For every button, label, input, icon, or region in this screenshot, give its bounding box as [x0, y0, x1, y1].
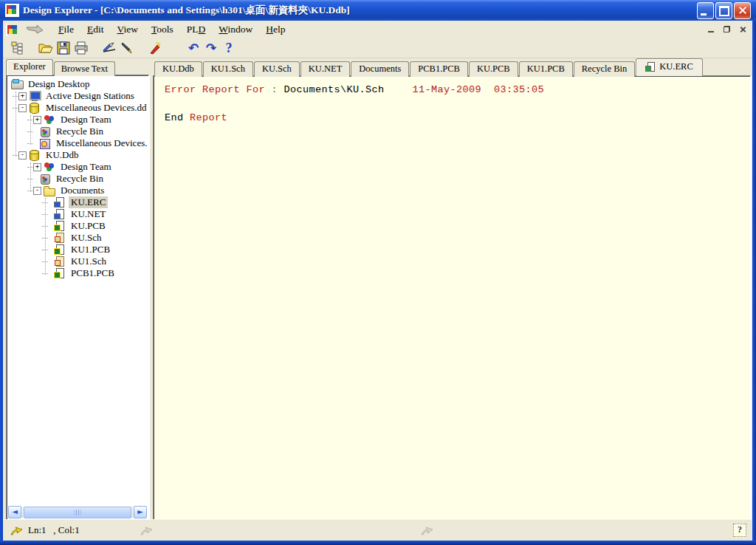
doc-tab-ku-ddb[interactable]: KU.Ddb — [154, 61, 202, 77]
team-icon — [44, 114, 56, 125]
doc-tab-ku1-sch[interactable]: KU1.Sch — [203, 61, 253, 77]
menu-help[interactable]: Help — [259, 22, 292, 37]
tree-horizontal-scrollbar[interactable]: ◄ ► — [8, 507, 147, 518]
recycle-bin-icon — [39, 174, 52, 184]
tree-item-misc-devices-lib[interactable]: Miscellaneous Devices.lib — [8, 137, 147, 149]
save-button[interactable] — [55, 40, 72, 56]
tree-item-ku-ddb[interactable]: -KU.Ddb — [8, 149, 147, 161]
recycle-bin-icon — [39, 126, 52, 137]
context-help-icon[interactable]: ? — [733, 524, 746, 537]
knife-cut-button[interactable] — [100, 40, 118, 56]
tree-item-design-desktop[interactable]: Design Desktop — [8, 78, 147, 90]
tree-item-active-design-stations[interactable]: +Active Design Stations — [8, 90, 147, 102]
tree-item-ku1-pcb[interactable]: KU1.PCB — [8, 244, 147, 256]
redo-icon: ↷ — [206, 42, 216, 55]
tab-explorer[interactable]: Explorer — [6, 59, 53, 75]
save-floppy-icon — [57, 41, 70, 55]
mdi-minimize-button[interactable] — [705, 24, 718, 35]
scrollbar-track[interactable] — [21, 507, 134, 518]
menu-pld[interactable]: PLD — [180, 22, 213, 37]
wiring-tool-button[interactable] — [118, 40, 136, 56]
tree-item-ku-net[interactable]: KU.NET — [8, 208, 147, 220]
menu-edit[interactable]: Edit — [80, 22, 111, 37]
document-area: KU.Ddb KU1.Sch KU.Sch KU.NET Documents P… — [153, 59, 751, 520]
app-logo-icon — [5, 4, 19, 17]
down-arrow-icon[interactable] — [25, 24, 44, 35]
expand-toggle[interactable]: + — [33, 116, 41, 124]
wand-button[interactable] — [146, 40, 164, 56]
database-icon — [29, 150, 41, 160]
scrollbar-thumb[interactable] — [24, 507, 131, 518]
redo-button[interactable]: ↷ — [202, 40, 220, 56]
knife-icon — [102, 41, 117, 55]
window-border-left — [0, 21, 3, 545]
pcb-document-icon — [54, 244, 66, 255]
doc-tab-ku-pcb[interactable]: KU.PCB — [469, 61, 518, 77]
help-button[interactable]: ? — [220, 40, 238, 56]
doc-tab-documents[interactable]: Documents — [351, 61, 409, 77]
window-border-right — [752, 21, 756, 545]
doc-tab-recycle-bin[interactable]: Recycle Bin — [574, 61, 635, 77]
doc-tab-ku-sch[interactable]: KU.Sch — [254, 61, 300, 77]
folder-icon — [44, 185, 56, 196]
tree-item-design-team[interactable]: +Design Team — [8, 161, 147, 173]
sch-document-icon — [54, 233, 66, 243]
mdi-restore-button[interactable] — [721, 24, 734, 35]
menu-view[interactable]: View — [111, 22, 145, 37]
tree-item-recycle-bin[interactable]: Recycle Bin — [8, 173, 147, 185]
explorer-tree-button[interactable] — [9, 40, 27, 56]
status-bar: Ln:1 , Col:1 ? — [3, 519, 752, 541]
mdi-close-icon — [740, 27, 746, 33]
expand-toggle[interactable]: + — [18, 92, 27, 100]
undo-button[interactable]: ↶ — [185, 40, 202, 56]
help-icon: ? — [226, 41, 233, 55]
tree-item-ku-erc[interactable]: KU.ERC — [8, 196, 147, 208]
doc-tab-pcb1-pcb[interactable]: PCB1.PCB — [410, 61, 468, 77]
cursor-swoosh-icon — [10, 525, 25, 535]
tree-item-ku-pcb[interactable]: KU.PCB — [8, 220, 147, 232]
mdi-minimize-icon — [708, 31, 714, 32]
tab-browse-text[interactable]: Browse Text — [54, 61, 115, 76]
close-button[interactable] — [734, 2, 751, 19]
doc-tab-ku1-pcb[interactable]: KU1.PCB — [519, 61, 573, 77]
erc-report-view[interactable]: Error Report For : Documents\KU.Sch11-Ma… — [153, 75, 751, 520]
database-icon — [29, 103, 41, 113]
printer-icon — [74, 41, 89, 55]
window-border-bottom — [0, 541, 756, 545]
window-title: Design Explorer - [C:\Documents and Sett… — [23, 4, 697, 17]
maximize-icon — [719, 6, 729, 16]
collapse-toggle[interactable]: - — [33, 187, 41, 195]
scroll-left-button[interactable]: ◄ — [8, 506, 21, 518]
tree-item-recycle-bin[interactable]: Recycle Bin — [8, 126, 147, 137]
tree-item-pcb1-pcb[interactable]: PCB1.PCB — [8, 267, 147, 279]
tree-item-misc-devices-ddb[interactable]: -Miscellaneous Devices.ddb — [8, 102, 147, 114]
collapse-toggle[interactable]: - — [18, 104, 27, 112]
open-folder-icon — [38, 41, 53, 55]
doc-tab-ku-net[interactable]: KU.NET — [300, 61, 350, 77]
document-system-icon[interactable] — [6, 24, 18, 35]
minimize-button[interactable] — [697, 2, 714, 19]
tree-item-ku1-sch[interactable]: KU1.Sch — [8, 256, 147, 267]
explorer-tree-icon — [11, 41, 24, 55]
print-button[interactable] — [72, 40, 90, 56]
expand-toggle[interactable]: + — [33, 163, 41, 171]
collapse-toggle[interactable]: - — [18, 151, 27, 160]
tree-item-design-team[interactable]: +Design Team — [8, 114, 147, 126]
undo-icon: ↶ — [188, 42, 199, 55]
menu-window[interactable]: Window — [212, 22, 259, 37]
menu-file[interactable]: File — [52, 22, 80, 37]
scroll-right-button[interactable]: ► — [134, 506, 147, 518]
design-tree: Design Desktop +Active Design Stations -… — [8, 77, 147, 518]
report-end-line: End Report — [165, 111, 750, 125]
menu-tools[interactable]: Tools — [145, 22, 180, 37]
mdi-restore-icon — [724, 26, 730, 32]
open-document-button[interactable] — [37, 40, 55, 56]
desktop-icon — [11, 79, 24, 89]
maximize-button[interactable] — [715, 2, 732, 19]
wiring-pen-icon — [120, 41, 134, 55]
doc-tab-ku-erc[interactable]: KU.ERC — [636, 58, 703, 76]
tree-item-ku-sch[interactable]: KU.Sch — [8, 232, 147, 244]
panel-swoosh-icon — [421, 525, 436, 538]
mdi-close-button[interactable] — [736, 24, 749, 35]
tree-item-documents-folder[interactable]: -Documents — [8, 185, 147, 196]
